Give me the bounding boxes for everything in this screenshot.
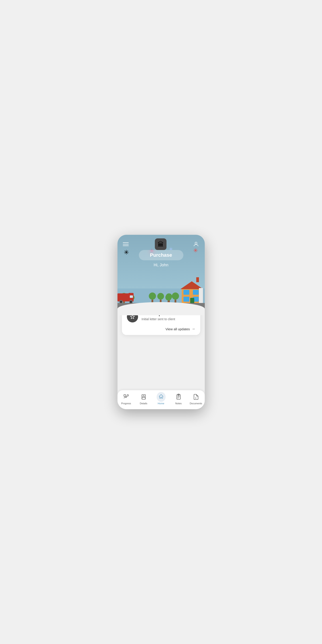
greeting: Hi, John: [154, 263, 168, 268]
details-label: Details: [140, 402, 147, 405]
nav-item-progress[interactable]: Progress: [118, 393, 135, 405]
logo[interactable]: 🏛: [155, 238, 166, 250]
phone-screen: 🏛 Purchase Hi, John ✳ ✶ ✶ ✳: [118, 235, 205, 409]
nav-item-notes[interactable]: Notes: [170, 393, 187, 405]
svg-rect-1: [124, 395, 126, 396]
hero-section: 🏛 Purchase Hi, John ✳ ✶ ✶ ✳: [118, 235, 205, 315]
view-all-updates-link[interactable]: View all updates →: [127, 325, 195, 331]
logo-icon: 🏛: [158, 240, 164, 248]
svg-point-4: [143, 396, 144, 397]
header: 🏛: [118, 235, 205, 254]
documents-label: Documents: [190, 402, 202, 405]
update-text: Latest update Initial letter sent to cli…: [142, 315, 195, 321]
house: [182, 288, 203, 304]
home-icon: [157, 393, 165, 401]
svg-point-0: [195, 242, 197, 244]
documents-icon: [192, 393, 200, 401]
tree-6: [172, 292, 179, 304]
update-title: Latest update: [142, 315, 195, 316]
notes-label: Notes: [175, 402, 182, 405]
details-icon: [140, 393, 148, 401]
user-icon: [193, 241, 199, 247]
nav-item-home[interactable]: Home: [152, 393, 170, 405]
truck: [118, 292, 134, 304]
bottom-navigation: Progress Details: [118, 390, 205, 409]
svg-point-2: [127, 395, 128, 396]
progress-label: Progress: [121, 402, 131, 405]
arrow-right-icon: →: [192, 327, 195, 331]
nav-item-documents[interactable]: Documents: [187, 393, 205, 405]
svg-rect-3: [142, 395, 145, 399]
user-profile-button[interactable]: [193, 241, 199, 248]
nav-item-details[interactable]: Details: [135, 393, 152, 405]
update-header: Latest update Initial letter sent to cli…: [127, 315, 195, 322]
sparkle-icon: [130, 315, 135, 320]
update-card: Latest update Initial letter sent to cli…: [122, 315, 200, 335]
progress-icon: [122, 393, 130, 401]
update-icon-circle: [127, 315, 138, 322]
update-subtitle: Initial letter sent to client: [142, 317, 195, 321]
notes-icon: [175, 393, 183, 401]
view-all-text: View all updates: [166, 327, 190, 331]
home-label: Home: [158, 402, 164, 405]
cloud-overlay: [118, 302, 205, 315]
menu-button[interactable]: [123, 242, 129, 246]
